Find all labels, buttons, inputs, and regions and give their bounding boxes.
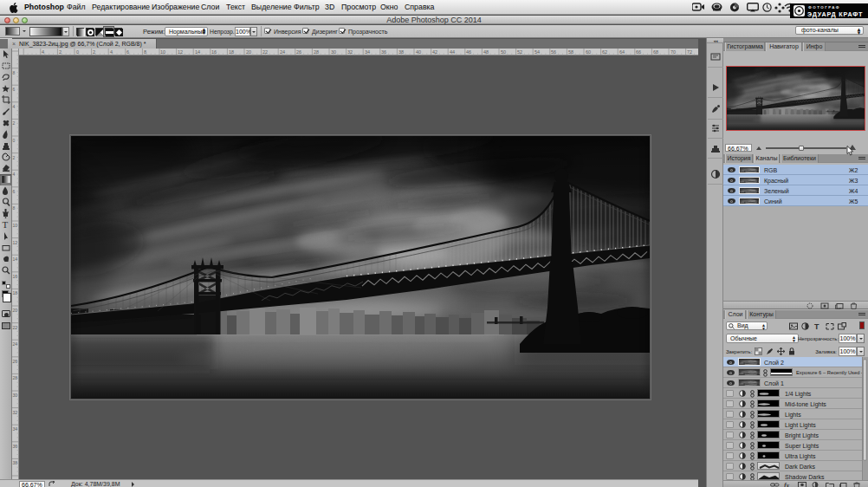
svg-text:T: T	[3, 220, 9, 229]
svg-text:fx: fx	[784, 482, 789, 487]
svg-text:T: T	[814, 322, 819, 330]
